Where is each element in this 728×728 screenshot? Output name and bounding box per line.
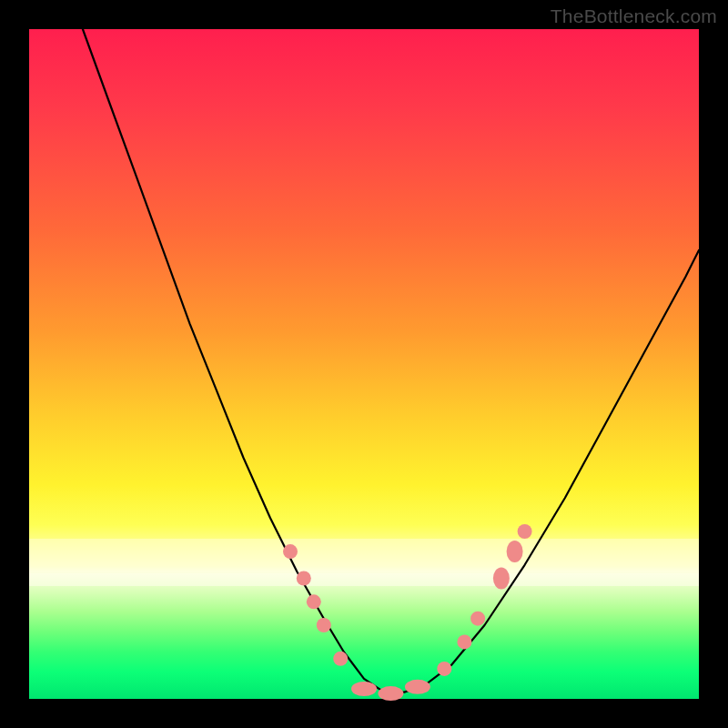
curve-marker — [317, 618, 331, 632]
curve-marker — [405, 680, 430, 694]
chart-frame: TheBottleneck.com — [0, 0, 728, 728]
curve-marker — [507, 541, 523, 562]
curve-marker — [378, 686, 403, 701]
curve-marker — [518, 524, 532, 539]
bottleneck-curve — [83, 29, 699, 693]
curve-marker — [470, 612, 485, 626]
curve-marker — [351, 682, 377, 696]
curve-marker — [333, 652, 348, 666]
curve-layer — [29, 29, 699, 699]
curve-marker — [457, 634, 471, 649]
curve-marker — [437, 662, 451, 676]
watermark-text: TheBottleneck.com — [551, 5, 717, 27]
curve-marker — [493, 568, 510, 590]
curve-marker — [307, 594, 321, 609]
plot-area — [29, 29, 699, 699]
curve-marker — [283, 544, 298, 559]
curve-marker — [297, 571, 311, 586]
